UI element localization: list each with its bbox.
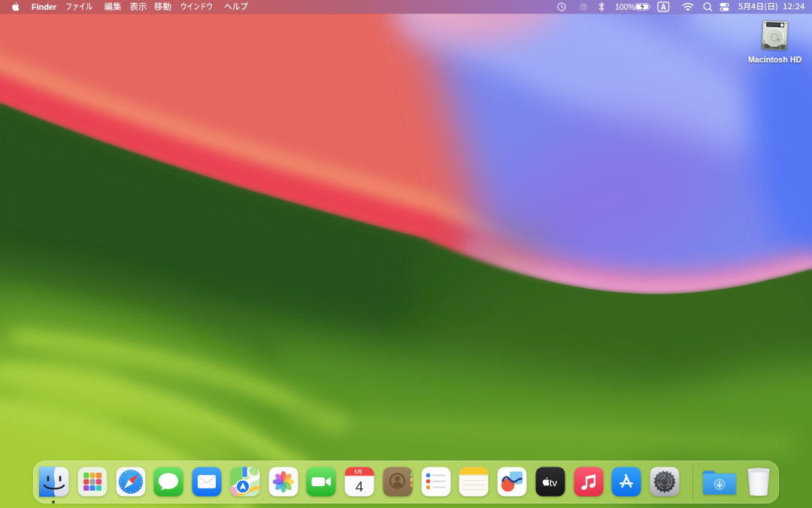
svg-text:A: A bbox=[661, 3, 666, 11]
svg-text:4: 4 bbox=[356, 479, 364, 494]
svg-text:100%: 100% bbox=[615, 2, 635, 11]
svg-text:tv: tv bbox=[550, 477, 557, 488]
